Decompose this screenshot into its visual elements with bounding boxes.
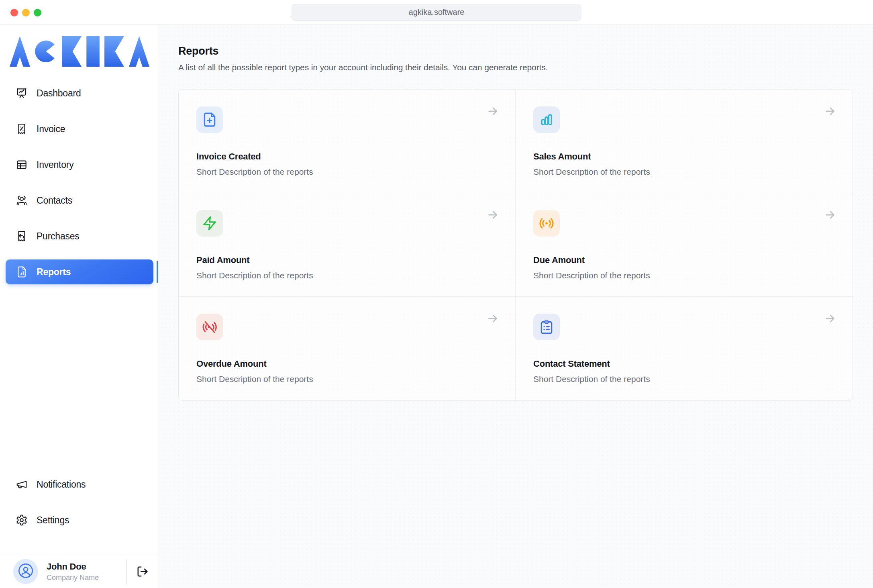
report-card-description: Short Description of the reports [196,374,498,384]
sidebar-item-label: Purchases [37,231,80,242]
user-text: John Doe Company Name [47,561,99,582]
sidebar-footer-nav: NotificationsSettings [6,472,153,533]
user-section: John Doe Company Name [0,555,159,588]
arrow-right-icon [824,208,836,221]
arrow-right-icon [824,312,836,325]
user-name: John Doe [47,561,99,572]
sidebar-nav: DashboardInvoiceInventoryContactsPurchas… [6,81,153,284]
agkika-logo[interactable] [10,36,149,67]
minimize-button[interactable] [22,9,30,16]
sidebar-item-settings[interactable]: Settings [6,508,153,533]
report-card-description: Short Description of the reports [533,374,835,384]
sidebar-item-label: Reports [37,267,71,278]
users-icon [16,194,28,206]
arrow-right-icon [486,105,499,118]
sidebar-item-purchases[interactable]: Purchases [6,224,153,249]
report-card-description: Short Description of the reports [533,167,835,177]
divider [126,559,126,584]
report-card-due-amount[interactable]: Due AmountShort Description of the repor… [516,193,853,297]
bar-chart-icon [533,106,560,133]
gear-icon [16,514,28,526]
sidebar-item-reports[interactable]: Reports [6,259,153,284]
report-card-title: Sales Amount [533,151,835,162]
report-cards-grid: Invoice CreatedShort Description of the … [178,89,853,401]
sidebar: DashboardInvoiceInventoryContactsPurchas… [0,25,159,588]
arrow-right-icon [486,312,499,325]
sidebar-item-label: Dashboard [37,88,81,99]
report-card-paid-amount[interactable]: Paid AmountShort Description of the repo… [179,193,516,297]
report-card-invoice-created[interactable]: Invoice CreatedShort Description of the … [179,90,516,193]
arrow-right-icon [486,208,499,221]
user-company: Company Name [47,574,99,582]
report-card-description: Short Description of the reports [533,271,835,280]
file-plus-icon [196,106,223,133]
report-card-title: Overdue Amount [196,359,498,369]
report-card-title: Invoice Created [196,151,498,162]
address-bar[interactable]: agkika.software [292,4,581,21]
table-icon [16,159,28,171]
traffic-lights [10,0,41,25]
report-card-title: Paid Amount [196,255,498,265]
sidebar-item-invoice[interactable]: Invoice [6,116,153,141]
file-chart-icon [16,266,28,278]
active-indicator [157,261,158,283]
report-card-description: Short Description of the reports [196,167,498,177]
main-content: Reports A list of all the possible repor… [159,25,873,588]
report-card-contact-statement[interactable]: Contact StatementShort Description of th… [516,297,853,400]
zap-icon [196,210,223,237]
sidebar-item-label: Contacts [37,195,72,206]
browser-window: agkika.software [0,0,873,588]
sidebar-item-label: Notifications [37,479,86,490]
app-frame: DashboardInvoiceInventoryContactsPurchas… [0,25,873,588]
sidebar-item-label: Settings [37,515,69,526]
report-card-overdue-amount[interactable]: Overdue AmountShort Description of the r… [179,297,516,400]
receipt-refund-icon [16,230,28,242]
sidebar-spacer [0,284,159,472]
sidebar-item-label: Inventory [37,159,74,170]
logout-button[interactable] [136,565,149,578]
report-card-title: Contact Statement [533,359,835,369]
receipt-percent-icon [16,123,28,135]
sidebar-item-notifications[interactable]: Notifications [6,472,153,497]
megaphone-icon [16,478,28,490]
presentation-chart-icon [16,87,28,99]
avatar [13,559,38,584]
radio-icon [533,210,560,237]
report-card-sales-amount[interactable]: Sales AmountShort Description of the rep… [516,90,853,193]
page-title: Reports [178,45,853,57]
report-card-description: Short Description of the reports [196,271,498,280]
sidebar-item-dashboard[interactable]: Dashboard [6,81,153,106]
sidebar-item-inventory[interactable]: Inventory [6,152,153,177]
close-button[interactable] [10,9,18,16]
clipboard-list-icon [533,314,560,340]
zoom-button[interactable] [34,9,41,16]
report-card-title: Due Amount [533,255,835,265]
address-bar-text: agkika.software [409,8,465,17]
sidebar-item-label: Invoice [37,124,65,135]
sidebar-item-contacts[interactable]: Contacts [6,188,153,213]
radio-off-icon [196,314,223,340]
arrow-right-icon [824,105,836,118]
title-bar: agkika.software [0,0,873,25]
user-circle-icon [18,563,34,580]
page-subtitle: A list of all the possible report types … [178,63,853,72]
